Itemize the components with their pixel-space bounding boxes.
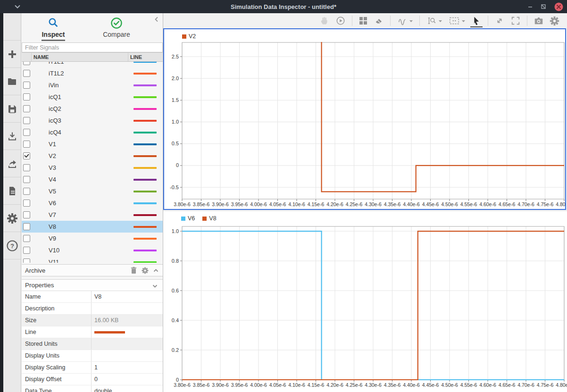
replay-button[interactable]: [333, 14, 349, 27]
signal-checkbox-icQ2[interactable]: [23, 105, 30, 112]
property-value[interactable]: double: [91, 385, 163, 392]
svg-text:3.80e-6: 3.80e-6: [174, 201, 191, 207]
signal-checkbox-V1[interactable]: [23, 141, 30, 148]
signal-row-V11[interactable]: V11: [22, 256, 163, 263]
signal-checkbox-V10[interactable]: [23, 247, 30, 254]
signal-row-V8[interactable]: V8: [22, 221, 163, 233]
export-button[interactable]: [3, 150, 21, 177]
trash-icon[interactable]: [130, 267, 137, 274]
property-value[interactable]: [91, 338, 163, 350]
subplot-2[interactable]: V6V8 3.80e-63.85e-63.90e-63.95e-64.00e-6…: [163, 211, 567, 392]
signal-row-V3[interactable]: V3: [22, 162, 163, 174]
signal-checkbox-V11[interactable]: [23, 259, 30, 263]
signal-row-V6[interactable]: V6: [22, 197, 163, 209]
svg-text:4.75e-6: 4.75e-6: [537, 382, 554, 388]
signal-checkbox-V9[interactable]: [23, 235, 30, 242]
add-button[interactable]: [3, 40, 21, 67]
subplot-1-selected[interactable]: V2 3.80e-63.85e-63.90e-63.95e-64.00e-64.…: [163, 28, 566, 210]
signal-row-iT1L1[interactable]: iT1L1: [22, 62, 163, 67]
help-button[interactable]: ?: [3, 232, 21, 259]
signal-options-button[interactable]: [394, 14, 416, 27]
signal-checkbox-icQ3[interactable]: [23, 117, 30, 124]
signal-checkbox-iT1L1[interactable]: [23, 62, 30, 65]
svg-text:3.95e-6: 3.95e-6: [231, 382, 248, 388]
signal-checkbox-iVin[interactable]: [23, 82, 30, 89]
data-cursor-button[interactable]: [445, 14, 468, 27]
signal-row-V4[interactable]: V4: [22, 174, 163, 185]
line-column-header[interactable]: LINE: [128, 54, 163, 60]
signal-line-swatch: [133, 167, 157, 169]
name-column-header[interactable]: NAME: [32, 53, 128, 61]
filter-signals-input[interactable]: [22, 42, 163, 52]
property-value[interactable]: [91, 326, 163, 338]
subplot-layout-button[interactable]: [356, 14, 371, 27]
signal-row-V2[interactable]: V2: [22, 150, 163, 162]
signal-checkbox-V8[interactable]: [23, 223, 30, 230]
signal-name: icQ2: [32, 105, 128, 112]
fit-to-view-button[interactable]: [492, 14, 508, 27]
signal-row-V5[interactable]: V5: [22, 185, 163, 197]
save-button[interactable]: [3, 95, 21, 122]
preferences-button[interactable]: [3, 204, 21, 232]
archive-section-header[interactable]: Archive: [22, 264, 163, 276]
minimize-button[interactable]: [525, 2, 535, 11]
signal-row-V1[interactable]: V1: [22, 138, 163, 150]
signal-checkbox-iT1L2[interactable]: [23, 70, 30, 77]
signal-checkbox-icQ1[interactable]: [23, 93, 30, 100]
signal-checkbox-V2[interactable]: [23, 152, 30, 159]
property-value[interactable]: 0: [91, 374, 163, 385]
chevron-up-icon[interactable]: [153, 267, 159, 274]
tab-inspect[interactable]: Inspect: [22, 13, 85, 42]
signal-name: V7: [32, 211, 128, 218]
signal-row-V10[interactable]: V10: [22, 244, 163, 256]
signal-checkbox-V3[interactable]: [23, 164, 30, 171]
signal-row-V7[interactable]: V7: [22, 209, 163, 221]
collapse-sidebar-icon[interactable]: [153, 16, 160, 23]
signal-row-V9[interactable]: V9: [22, 233, 163, 244]
signal-row-icQ2[interactable]: icQ2: [22, 103, 163, 115]
restore-button[interactable]: [539, 2, 548, 11]
gear-icon[interactable]: [142, 267, 149, 274]
property-value[interactable]: 16.00 KB: [91, 315, 163, 326]
svg-text:0.8: 0.8: [172, 258, 179, 264]
signal-row-icQ3[interactable]: icQ3: [22, 115, 163, 126]
signal-row-iVin[interactable]: iVin: [22, 79, 163, 91]
pan-button[interactable]: [317, 14, 333, 27]
property-value[interactable]: V8: [91, 291, 163, 302]
property-value[interactable]: 1: [91, 362, 163, 373]
close-button[interactable]: [554, 2, 563, 11]
property-value[interactable]: [91, 303, 163, 314]
properties-section-header[interactable]: Properties: [22, 279, 163, 291]
signal-name: V5: [32, 188, 128, 195]
subplot-1-canvas[interactable]: 3.80e-63.85e-63.90e-63.95e-64.00e-64.05e…: [164, 29, 565, 209]
signal-checkbox-V5[interactable]: [23, 188, 30, 195]
signal-row-icQ4[interactable]: icQ4: [22, 126, 163, 138]
pointer-button[interactable]: [468, 14, 484, 27]
left-toolbar: ?: [3, 13, 21, 392]
chevron-down-icon[interactable]: [152, 283, 158, 289]
zoom-button[interactable]: [423, 14, 445, 27]
chevron-down-icon[interactable]: [461, 19, 466, 23]
settings-button[interactable]: [547, 14, 562, 27]
svg-text:0.5: 0.5: [172, 141, 179, 146]
hand-icon: [319, 16, 330, 26]
chevron-down-icon[interactable]: [409, 19, 413, 23]
snapshot-button[interactable]: [531, 14, 547, 27]
signal-checkbox-V7[interactable]: [23, 211, 30, 218]
signal-checkbox-V6[interactable]: [23, 200, 30, 207]
chevron-down-icon[interactable]: [438, 19, 442, 23]
signal-row-iT1L2[interactable]: iT1L2: [22, 67, 163, 79]
signal-row-icQ1[interactable]: icQ1: [22, 91, 163, 103]
subplot-2-canvas[interactable]: 3.80e-63.85e-63.90e-63.95e-64.00e-64.05e…: [163, 211, 567, 392]
signal-checkbox-icQ4[interactable]: [23, 129, 30, 136]
svg-text:4.50e-6: 4.50e-6: [441, 201, 458, 207]
svg-text:4.75e-6: 4.75e-6: [537, 201, 554, 207]
tab-compare[interactable]: Compare: [85, 13, 148, 42]
property-value[interactable]: [91, 350, 163, 361]
report-button[interactable]: [3, 177, 21, 204]
fullscreen-button[interactable]: [508, 14, 524, 27]
import-button[interactable]: [3, 122, 21, 150]
signal-checkbox-V4[interactable]: [23, 176, 30, 183]
eraser-button[interactable]: [371, 14, 387, 27]
open-button[interactable]: [3, 67, 21, 95]
